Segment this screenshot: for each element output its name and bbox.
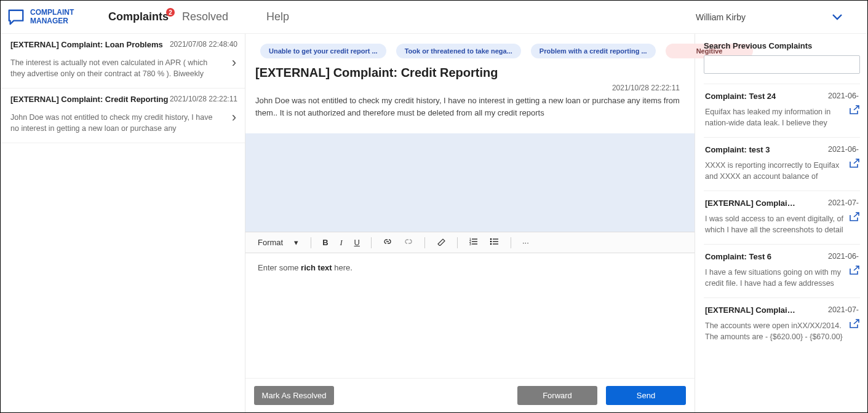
previous-item-date: 2021-07- xyxy=(828,305,859,314)
ordered-list-button[interactable]: 123 xyxy=(465,236,482,249)
svg-point-3 xyxy=(490,238,492,240)
tag-row: Unable to get your credit report ... Too… xyxy=(245,34,695,62)
previous-item[interactable]: [EXTERNAL] Complain...2021-07-I was sold… xyxy=(704,191,860,244)
unordered-list-button[interactable] xyxy=(486,236,503,249)
separator xyxy=(457,237,458,248)
search-label: Search Previous Complaints xyxy=(704,41,860,50)
previous-item-title: Complaint: Test 6 xyxy=(705,252,771,261)
underline-button[interactable]: U xyxy=(351,237,364,248)
send-button[interactable]: Send xyxy=(606,386,686,405)
inbox-item-title: [EXTERNAL] Complaint: Credit Reporting xyxy=(10,95,168,104)
detail-date: 2021/10/28 22:22:11 xyxy=(255,84,680,92)
unlink-button[interactable] xyxy=(400,236,417,249)
previous-item-body: I have a few situations going on with my… xyxy=(705,267,846,289)
separator xyxy=(311,237,311,248)
previous-item-date: 2021-06- xyxy=(828,145,859,154)
inbox-item-date: 2021/07/08 22:48:40 xyxy=(170,40,237,49)
reply-preview xyxy=(245,133,695,232)
italic-button[interactable]: I xyxy=(336,237,347,249)
editor-placeholder-pre: Enter some xyxy=(258,263,301,272)
app-name-line1: COMPLAINT xyxy=(30,9,74,17)
separator xyxy=(424,237,425,248)
editor-input[interactable]: Enter some rich text here. xyxy=(245,253,695,309)
action-row: Mark As Resolved Forward Send xyxy=(245,378,695,412)
main-nav: Complaints 2 Resolved Help xyxy=(108,10,289,23)
search-input[interactable] xyxy=(704,55,860,74)
caret-down-icon: ▾ xyxy=(294,238,298,247)
previous-pane: Search Previous Complaints Complaint: Te… xyxy=(695,34,867,412)
inbox-item-body: John Doe was not entitled to check my cr… xyxy=(10,112,220,134)
chevron-right-icon[interactable]: › xyxy=(232,109,236,125)
svg-point-4 xyxy=(490,241,492,243)
previous-item-date: 2021-07- xyxy=(828,199,859,207)
more-button[interactable]: ··· xyxy=(519,237,533,248)
app-name-line2: MANAGER xyxy=(30,17,74,26)
nav-resolved[interactable]: Resolved xyxy=(182,10,228,23)
previous-item[interactable]: Complaint: Test 242021-06-Equifax has le… xyxy=(704,84,860,137)
main-area: [EXTERNAL] Complaint: Loan Problems 2021… xyxy=(1,34,867,412)
editor-placeholder-post: here. xyxy=(332,263,352,272)
user-name: William Kirby xyxy=(696,12,746,22)
open-external-icon[interactable] xyxy=(849,266,860,277)
open-external-icon[interactable] xyxy=(849,212,860,224)
complaints-badge: 2 xyxy=(166,8,175,17)
separator xyxy=(511,237,511,248)
reply-area: Format ▾ B I U xyxy=(245,133,695,309)
inbox-item-title: [EXTERNAL] Complaint: Loan Problems xyxy=(10,40,163,49)
previous-item-title: Complaint: Test 24 xyxy=(705,92,776,101)
open-external-icon[interactable] xyxy=(849,319,860,331)
previous-item-date: 2021-06- xyxy=(828,252,859,261)
category-tag[interactable]: Took or threatened to take nega... xyxy=(396,44,521,58)
previous-item-title: [EXTERNAL] Complain... xyxy=(705,199,797,208)
inbox-item[interactable]: [EXTERNAL] Complaint: Credit Reporting 2… xyxy=(1,88,245,143)
inbox-item-date: 2021/10/28 22:22:11 xyxy=(170,95,237,103)
nav-complaints-label: Complaints xyxy=(108,10,169,23)
previous-item-body: The accounts were open inXX/XX/2014. The… xyxy=(705,321,846,342)
svg-point-5 xyxy=(490,243,492,245)
previous-item-body: Equifax has leaked my information in nat… xyxy=(705,107,846,128)
clear-format-button[interactable] xyxy=(432,236,450,249)
app-header: COMPLAINT MANAGER Complaints 2 Resolved … xyxy=(1,1,867,34)
previous-item-date: 2021-06- xyxy=(828,92,859,100)
user-menu[interactable]: William Kirby xyxy=(696,10,861,24)
category-tag[interactable]: Unable to get your credit report ... xyxy=(260,44,386,58)
nav-help[interactable]: Help xyxy=(266,10,289,23)
app-logo: COMPLAINT MANAGER xyxy=(7,8,108,26)
open-external-icon[interactable] xyxy=(849,159,860,170)
editor-toolbar: Format ▾ B I U xyxy=(245,232,695,253)
detail-title: [EXTERNAL] Complaint: Credit Reporting xyxy=(255,66,680,80)
mark-resolved-button[interactable]: Mark As Resolved xyxy=(254,386,334,405)
forward-button[interactable]: Forward xyxy=(517,386,597,405)
detail-body: John Doe was not entitled to check my cr… xyxy=(245,92,695,127)
inbox-item-body: The interest is actually not even calcul… xyxy=(10,58,220,79)
bold-button[interactable]: B xyxy=(319,237,332,248)
previous-item[interactable]: [EXTERNAL] Complain...2021-07-The accoun… xyxy=(704,297,860,351)
svg-text:3: 3 xyxy=(469,242,471,246)
detail-pane: Unable to get your credit report ... Too… xyxy=(245,34,695,412)
previous-item[interactable]: Complaint: Test 62021-06-I have a few si… xyxy=(704,244,860,297)
speech-bubble-icon xyxy=(7,8,25,26)
format-label: Format xyxy=(258,238,283,247)
link-button[interactable] xyxy=(379,236,396,249)
open-external-icon[interactable] xyxy=(849,105,860,117)
chevron-down-icon[interactable] xyxy=(832,10,843,24)
inbox-list: [EXTERNAL] Complaint: Loan Problems 2021… xyxy=(1,34,245,412)
editor-placeholder-bold: rich text xyxy=(301,263,332,272)
previous-item-body: I was sold access to an event digitally,… xyxy=(705,214,846,235)
previous-item-body: XXXX is reporting incorrectly to Equifax… xyxy=(705,160,846,182)
inbox-item[interactable]: [EXTERNAL] Complaint: Loan Problems 2021… xyxy=(1,34,245,88)
previous-item-title: [EXTERNAL] Complain... xyxy=(705,305,797,315)
separator xyxy=(371,237,372,248)
format-dropdown[interactable]: Format ▾ xyxy=(253,237,303,248)
previous-item[interactable]: Complaint: test 32021-06-XXXX is reporti… xyxy=(704,137,860,191)
chevron-right-icon[interactable]: › xyxy=(232,55,236,71)
nav-complaints[interactable]: Complaints 2 xyxy=(108,10,169,23)
previous-item-title: Complaint: test 3 xyxy=(705,145,770,154)
category-tag[interactable]: Problem with a credit reporting ... xyxy=(531,44,656,58)
